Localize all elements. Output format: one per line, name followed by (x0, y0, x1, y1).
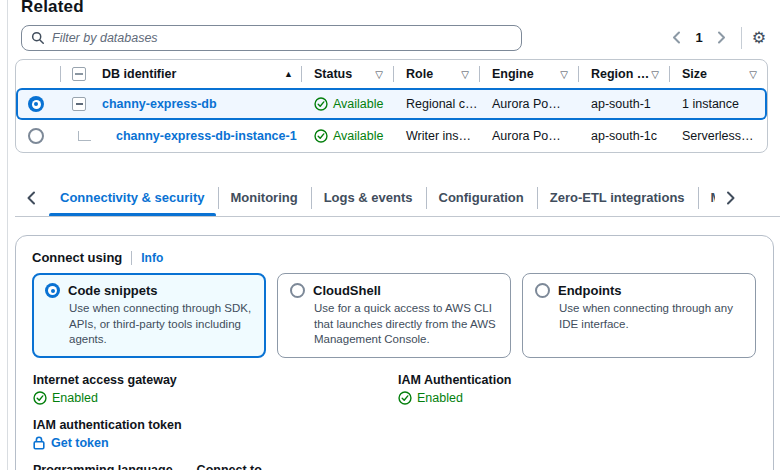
info-link[interactable]: Info (141, 251, 163, 265)
column-db-identifier[interactable]: DB identifier ▲ (102, 60, 301, 88)
column-size[interactable]: Size ▽ (669, 60, 767, 88)
row-tree-cell (60, 131, 102, 141)
select-all-checkbox[interactable] (72, 67, 86, 81)
column-engine[interactable]: Engine ▽ (479, 60, 578, 88)
db-identifier-cell: channy-express-db (102, 97, 301, 111)
label-divider (131, 251, 132, 265)
role-cell: Regional c… (393, 97, 479, 111)
connectivity-panel: Connect using Info Code snippets Use whe… (15, 235, 774, 470)
size-cell: 1 instance (669, 97, 767, 111)
column-role[interactable]: Role ▽ (393, 60, 479, 88)
engine-cell: Aurora Po… (479, 129, 578, 143)
connect-using-label: Connect using (32, 250, 122, 265)
detail-tabs: Connectivity & security Monitoring Logs … (15, 179, 780, 217)
filter-input[interactable] (52, 31, 512, 45)
current-page[interactable]: 1 (695, 30, 702, 45)
table-header-row: DB identifier ▲ Status ▽ Role ▽ Engine ▽… (16, 60, 767, 88)
lock-icon (33, 436, 45, 450)
option-endpoints[interactable]: Endpoints Use when connecting through an… (522, 273, 756, 358)
search-icon (31, 31, 45, 45)
column-status[interactable]: Status ▽ (301, 60, 393, 88)
radio-selected[interactable] (45, 283, 60, 298)
size-filter-icon[interactable]: ▽ (749, 69, 757, 80)
tree-connector (78, 131, 91, 141)
connect-using-header: Connect using Info (32, 250, 757, 265)
tab-configuration[interactable]: Configuration (426, 179, 537, 216)
column-region[interactable]: Region … ▽ (578, 60, 669, 88)
region-filter-icon[interactable]: ▽ (651, 69, 659, 80)
table-row[interactable]: channy-express-db Available Regional c… … (16, 88, 767, 120)
content-pane: Related 1 ⚙ (7, 0, 780, 470)
iam-auth-value: Enabled (417, 391, 463, 405)
status-available-icon (314, 129, 328, 143)
header-selection-cell (16, 60, 60, 88)
collapse-toggle-icon[interactable] (72, 97, 86, 111)
internet-gateway-value: Enabled (52, 391, 98, 405)
next-page-button[interactable] (713, 29, 731, 47)
option-description: Use for a quick access to AWS CLI that l… (314, 301, 498, 348)
radio-unselected[interactable] (290, 283, 305, 298)
pagination: 1 ⚙ (667, 27, 766, 49)
table-row[interactable]: channy-express-db-instance-1 Available W… (16, 120, 767, 152)
engine-filter-icon[interactable]: ▽ (560, 69, 568, 80)
toolbar-divider (741, 27, 742, 49)
engine-cell: Aurora Po… (479, 97, 578, 111)
page-title: Related (21, 0, 780, 17)
filter-input-wrapper (21, 25, 522, 51)
option-code-snippets[interactable]: Code snippets Use when connecting throug… (32, 273, 266, 358)
option-description: Use when connecting through any IDE inte… (559, 301, 743, 332)
row-radio-selected[interactable] (28, 96, 44, 112)
tab-logs-events[interactable]: Logs & events (311, 179, 426, 216)
radio-unselected[interactable] (535, 283, 550, 298)
prev-page-button[interactable] (667, 29, 685, 47)
region-cell: ap-south-1c (578, 129, 669, 143)
table-toolbar: 1 ⚙ (21, 24, 780, 51)
programming-language-group: Programming language PSQL (macOS) ▼ (33, 463, 173, 470)
iam-token-field: IAM authentication token Get token (33, 418, 757, 450)
db-identifier-cell: channy-express-db-instance-1 (102, 129, 301, 143)
status-cell: Available (301, 97, 393, 111)
status-available-icon (314, 97, 328, 111)
connect-options: Code snippets Use when connecting throug… (32, 273, 757, 358)
chevron-left-icon (672, 31, 681, 44)
sort-ascending-icon[interactable]: ▲ (284, 69, 293, 79)
chevron-right-icon (726, 191, 736, 205)
row-radio-cell (16, 96, 60, 112)
option-description: Use when connecting through SDK, APIs, o… (69, 301, 253, 348)
tabs-scroll-right-button[interactable] (715, 179, 747, 216)
row-radio-cell (16, 128, 60, 144)
header-checkbox-cell (60, 60, 102, 88)
get-token-link[interactable]: Get token (33, 436, 757, 450)
status-cell: Available (301, 129, 393, 143)
status-filter-icon[interactable]: ▽ (375, 69, 383, 80)
internet-gateway-field: Internet access gateway Enabled (33, 373, 398, 405)
option-cloudshell[interactable]: CloudShell Use for a quick access to AWS… (277, 273, 511, 358)
iam-auth-field: IAM Authentication Enabled (398, 373, 757, 405)
tab-maintenance-backups[interactable]: Maintenance & backups (698, 179, 715, 216)
enabled-check-icon (398, 391, 412, 405)
region-cell: ap-south-1 (578, 97, 669, 111)
role-filter-icon[interactable]: ▽ (461, 69, 469, 80)
tabs-scroll-left-button[interactable] (15, 179, 47, 216)
tab-zero-etl-integrations[interactable]: Zero-ETL integrations (537, 179, 698, 216)
preferences-gear-icon[interactable]: ⚙ (752, 30, 766, 46)
databases-table: DB identifier ▲ Status ▽ Role ▽ Engine ▽… (15, 59, 768, 153)
enabled-check-icon (33, 391, 47, 405)
chevron-right-icon (717, 31, 726, 44)
db-link[interactable]: channy-express-db-instance-1 (116, 129, 297, 143)
status-fields: Internet access gateway Enabled IAM Auth… (33, 373, 757, 405)
chevron-left-icon (26, 191, 36, 205)
tab-connectivity-security[interactable]: Connectivity & security (47, 179, 218, 216)
size-cell: Serverless… (669, 129, 767, 143)
row-radio-unselected[interactable] (28, 128, 44, 144)
tabs-viewport: Connectivity & security Monitoring Logs … (47, 179, 715, 216)
db-link[interactable]: channy-express-db (102, 97, 217, 111)
connect-to-group: Connect to Writer ▼ (197, 463, 265, 470)
role-cell: Writer ins… (393, 129, 479, 143)
row-expand-cell (60, 97, 102, 111)
tab-monitoring[interactable]: Monitoring (218, 179, 311, 216)
connection-selects: Programming language PSQL (macOS) ▼ Conn… (33, 463, 757, 470)
